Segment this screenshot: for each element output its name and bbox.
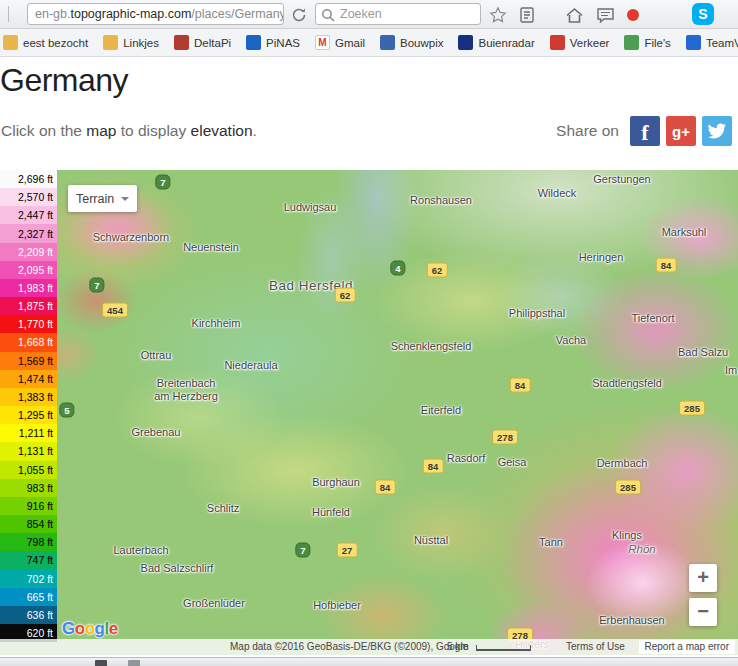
zoom-out-button[interactable]: − [689,598,717,626]
bookmark-item[interactable]: eest bezocht [3,35,88,50]
map-place-label: Hofbieber [313,599,361,611]
road-badge: 278 [492,430,518,445]
legend-row: 665 ft [0,588,57,606]
bookmark-label: Buienradar [478,37,534,49]
search-box[interactable] [315,3,481,25]
map-place-label: Eiterfeld [421,404,461,416]
map-place-label: Heringen [579,251,624,263]
report-map-error-link[interactable]: Report a map error [639,640,735,654]
bookmark-star-icon[interactable] [487,4,509,26]
legend-row: 1,211 ft [0,424,57,442]
road-badge: 84 [375,480,396,495]
map-place-label: Großenlüder [183,597,245,609]
bookmark-item[interactable]: File's [624,35,670,50]
bookmark-label: Linkjes [123,37,159,49]
map-place-label: Tiefenort [631,312,674,324]
map-place-label: Erbenhausen [599,614,664,626]
map-scale: 5 km [447,639,531,655]
instruction-row: Click on the map to display elevation. S… [1,115,732,147]
gmail-favicon: M [315,35,330,50]
bookmark-label: TeamViewer [706,37,738,49]
road-badge: 7 [295,543,310,558]
map-place-label: Rhön [628,543,656,555]
legend-row: 747 ft [0,551,57,569]
bookmark-item[interactable]: Bouwpix [380,35,443,50]
home-icon[interactable] [563,4,585,26]
bouwpix-favicon [380,35,395,50]
bookmark-item[interactable]: DeltaPi [174,35,231,50]
map-attribution-text: Map data ©2016 GeoBasis-DE/BKG (©2009), … [230,639,468,655]
folder-icon [3,35,18,50]
reading-list-icon[interactable] [516,4,538,26]
map-style-dropdown[interactable]: Terrain [68,185,137,212]
bookmark-item[interactable]: TeamViewer [686,35,738,50]
chevron-down-icon [121,197,129,201]
map-place-label: Niederaula [224,359,277,371]
map-place-label: Ludwigsau [284,201,337,213]
url-bar[interactable]: en-gb.topographic-map.com/places/Germany… [27,3,284,25]
taskbar-app-icon[interactable] [128,660,140,666]
messages-icon[interactable] [594,4,616,26]
road-badge: 62 [335,288,356,303]
bookmark-item[interactable]: PiNAS [246,35,300,50]
googleplus-share-icon[interactable]: g+ [666,116,696,146]
legend-row: 2,447 ft [0,206,57,224]
legend-row: 1,875 ft [0,297,57,315]
legend-row: 1,770 ft [0,315,57,333]
search-icon [321,8,335,22]
map-place-label: Dermbach [597,457,648,469]
road-badge: 27 [337,543,358,558]
road-badge: 84 [423,459,444,474]
map-place-label: Neuenstein [183,241,239,253]
legend-row: 2,570 ft [0,188,57,206]
elevation-word: elevation [191,122,253,139]
map-place-label: Im [725,364,737,376]
url-domain: topographic-map.com [70,7,191,21]
legend-row: 854 ft [0,515,57,533]
road-badge: 285 [679,401,705,416]
share-box: Share on f g+ [556,116,732,146]
bookmark-item[interactable]: Linkjes [103,35,159,50]
facebook-share-icon[interactable]: f [630,116,660,146]
google-logo[interactable]: Google [62,619,118,639]
map-place-label: Schlitz [207,502,239,514]
terms-of-use-link[interactable]: Terms of Use [566,639,625,655]
road-badge: 285 [615,480,641,495]
legend-row: 702 ft [0,569,57,587]
map-place-label: Burghaun [312,476,360,488]
skype-icon[interactable]: S [692,3,714,25]
search-input[interactable] [340,5,475,23]
bookmark-item[interactable]: Verkeer [550,35,610,50]
dsm-favicon [246,35,261,50]
road-badge: 7 [155,175,170,190]
zoom-in-button[interactable]: + [689,564,717,592]
refresh-icon[interactable] [288,4,310,26]
map-place-label: Ronshausen [410,194,472,206]
instruction-text: Click on the map to display elevation. [1,122,257,140]
map-place-label: Stadtlengsfeld [592,377,662,389]
map-scale-label: 5 km [447,639,469,655]
elevation-legend: 2,696 ft2,570 ft2,447 ft2,327 ft2,209 ft… [0,170,57,642]
legend-row: 1,983 ft [0,279,57,297]
map-place-label: Breitenbach am Herzberg [154,377,218,403]
share-label: Share on [556,122,619,140]
legend-row: 1,569 ft [0,352,57,370]
notification-dot-icon[interactable] [622,4,644,26]
twitter-share-icon[interactable] [702,116,732,146]
road-badge: 84 [656,258,677,273]
road-badge: 7 [89,278,104,293]
legend-row: 1,131 ft [0,442,57,460]
bookmark-item[interactable]: Buienradar [458,35,534,50]
browser-nav-bar: en-gb.topographic-map.com/places/Germany… [0,0,738,29]
url-prefix: en-gb. [35,7,70,21]
deltapi-favicon [174,35,189,50]
road-badge: 454 [102,303,128,318]
bookmark-item[interactable]: MGmail [315,35,365,50]
map-place-label: Wildeck [538,187,577,199]
legend-row: 1,295 ft [0,406,57,424]
map-place-label: Bad Salzu [678,346,728,358]
map-place-label: Rasdorf [447,452,486,464]
taskbar-app-icon[interactable] [95,660,107,666]
legend-row: 983 ft [0,479,57,497]
map-style-value: Terrain [76,192,114,206]
